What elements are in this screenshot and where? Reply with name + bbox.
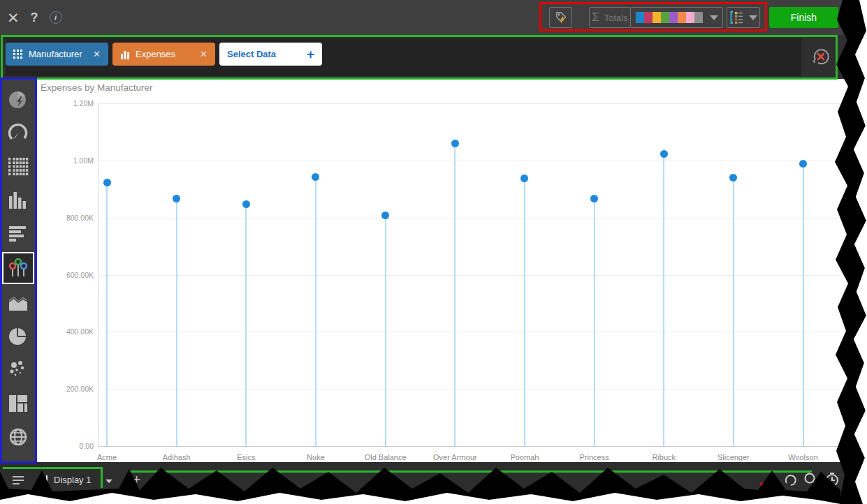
chart-type-scatter-chart[interactable] <box>2 355 34 385</box>
lollipop-point[interactable] <box>660 150 668 158</box>
palette-swatch <box>686 12 694 23</box>
y-tick-label: 200.00K <box>52 385 94 393</box>
grid-icon <box>13 50 23 59</box>
chip-add-icon[interactable]: + <box>307 47 314 61</box>
palette-swatch <box>678 12 686 23</box>
x-category-label: Esics <box>212 453 279 461</box>
palette-swatch <box>644 12 653 23</box>
tag-lightning-icon <box>553 10 569 25</box>
lollipop-point[interactable] <box>312 173 319 181</box>
chart-type-column-chart[interactable] <box>2 185 34 215</box>
caret-down-icon[interactable] <box>105 480 112 484</box>
x-category-label: Woolson <box>770 453 837 461</box>
undo-arc-icon[interactable] <box>784 473 798 490</box>
chart-type-gauge[interactable] <box>2 118 34 148</box>
totals-button[interactable]: Σ Totals <box>589 7 631 28</box>
lollipop-stem <box>315 177 316 446</box>
globe-icon <box>7 426 29 448</box>
legend-list-icon <box>729 10 743 25</box>
chevron-down-icon <box>710 15 718 20</box>
search-icon[interactable] <box>803 472 819 490</box>
chip-close-icon[interactable]: ✕ <box>200 49 207 59</box>
chart-type-smart-chart[interactable] <box>2 84 34 114</box>
y-gridline <box>98 332 840 332</box>
y-tick-label: 0.00 <box>52 442 94 450</box>
y-tick-label: 600.00K <box>52 271 94 279</box>
hbar-chart-icon <box>7 223 29 245</box>
bottom-bar: Display 1 + <box>0 462 867 504</box>
chip-label: Select Data <box>227 49 303 59</box>
chart-type-sidebar <box>0 79 36 463</box>
data-chip-select-data[interactable]: Select Data+ <box>219 43 322 66</box>
lollipop-point[interactable] <box>451 140 459 147</box>
lollipop-point[interactable] <box>242 200 250 208</box>
palette-swatch <box>669 12 678 23</box>
annotation-green-line <box>101 467 103 488</box>
undo-remove-icon <box>809 45 833 68</box>
x-category-label: Acme <box>73 453 140 461</box>
finish-button[interactable]: Finish <box>769 7 838 28</box>
lollipop-stem <box>663 154 664 446</box>
chip-label: Manufacturer <box>29 49 89 59</box>
lollipop-stem <box>803 163 804 446</box>
history-clock-icon[interactable] <box>824 472 840 490</box>
y-tick-label: 400.00K <box>52 327 94 336</box>
sheet-tab-label[interactable]: Display 1 <box>54 475 91 485</box>
edit-pencil-icon[interactable] <box>760 473 775 491</box>
legend-dropdown[interactable] <box>727 7 760 28</box>
y-tick-label: 1.20M <box>52 99 94 108</box>
pie-lightning-icon <box>6 88 30 112</box>
annotation-green-line <box>129 470 131 501</box>
lollipop-point[interactable] <box>103 179 111 186</box>
lollipop-stem <box>385 216 386 446</box>
x-category-label: Ribuck <box>630 453 697 461</box>
sigma-icon: Σ <box>592 10 599 24</box>
lollipop-stem <box>594 199 595 446</box>
y-axis-line <box>98 103 99 446</box>
chart-type-area-chart[interactable] <box>2 288 34 318</box>
chart-type-lollipop-chart[interactable] <box>2 252 34 284</box>
data-selection-bar: Manufacturer✕Expenses✕Select Data+ <box>0 35 867 80</box>
quick-actions-button[interactable] <box>549 7 572 28</box>
lollipop-point[interactable] <box>520 175 528 182</box>
chart-canvas[interactable]: Expenses by Manufacturer 0.00200.00K400.… <box>36 79 867 462</box>
totals-label: Totals <box>604 13 628 23</box>
lollipop-stem <box>245 204 247 446</box>
y-gridline <box>98 389 840 390</box>
color-palette-swatches <box>636 12 703 23</box>
top-toolbar: ✕ ? i Σ Totals <box>0 0 867 35</box>
lollipop-stem <box>454 144 456 446</box>
lollipop-stem <box>524 179 525 446</box>
y-gridline <box>98 161 840 161</box>
y-tick-label: 800.00K <box>52 214 94 222</box>
y-gridline <box>98 103 840 104</box>
data-chip-expenses[interactable]: Expenses✕ <box>112 43 215 66</box>
y-gridline <box>98 218 840 218</box>
palette-swatch <box>694 12 703 23</box>
reset-visualization-button[interactable] <box>809 45 833 68</box>
chart-type-bar-chart[interactable] <box>2 218 34 249</box>
treemap-icon <box>7 392 29 415</box>
help-icon[interactable]: ? <box>31 10 38 25</box>
chart-type-map[interactable] <box>2 422 34 452</box>
lollipop-point[interactable] <box>590 195 598 202</box>
x-category-label: Poomah <box>491 453 558 461</box>
lollipop-stem <box>733 177 734 446</box>
chart-type-treemap[interactable] <box>2 388 34 418</box>
x-category-label: Adihash <box>143 453 210 461</box>
lollipop-point[interactable] <box>729 174 737 181</box>
info-icon[interactable]: i <box>50 11 62 24</box>
lollipop-point[interactable] <box>799 160 807 168</box>
pivot-grid-icon <box>7 156 29 178</box>
color-palette-dropdown[interactable] <box>630 7 723 28</box>
lollipop-point[interactable] <box>173 195 180 202</box>
add-sheet-button[interactable]: + <box>133 472 140 487</box>
close-icon[interactable]: ✕ <box>7 10 20 25</box>
area-chart-icon <box>7 292 29 314</box>
data-chip-manufacturer[interactable]: Manufacturer✕ <box>6 43 108 66</box>
hamburger-icon[interactable] <box>13 475 24 488</box>
x-category-label: Slicenger <box>700 453 767 461</box>
chip-close-icon[interactable]: ✕ <box>93 49 101 59</box>
chart-type-pivot-grid[interactable] <box>2 151 34 181</box>
chart-type-pie-chart[interactable] <box>2 321 34 351</box>
